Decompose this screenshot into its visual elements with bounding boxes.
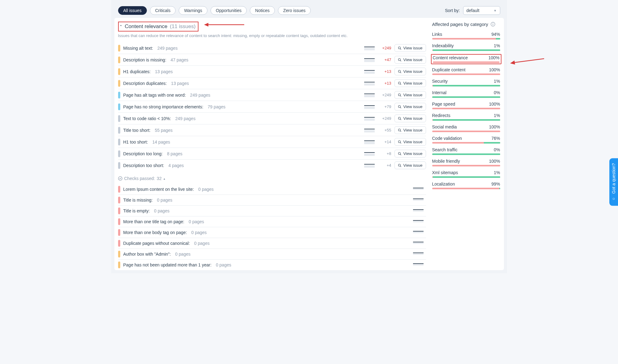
- checks-passed-toggle[interactable]: Checks passed: 32 ▴: [118, 176, 426, 181]
- issue-list: Missing alt text249 pages+249View issueD…: [118, 42, 426, 171]
- issue-name[interactable]: Description too short: [123, 163, 164, 168]
- view-issue-button[interactable]: View issue: [394, 138, 426, 146]
- category-percent: 99%: [491, 182, 500, 186]
- issue-delta: +249: [378, 93, 391, 97]
- issue-delta: +14: [378, 140, 391, 144]
- issue-issue-name[interactable]: Title is empty: [123, 208, 150, 213]
- severity-pill: [118, 229, 120, 236]
- issue-name[interactable]: H1 duplicates: [123, 69, 151, 74]
- section-header[interactable]: ⌃ Content relevance (11 issues): [118, 22, 198, 31]
- svg-point-18: [398, 152, 400, 154]
- svg-point-6: [398, 82, 400, 84]
- category-item-content-relevance[interactable]: Content relevance100%: [431, 54, 501, 64]
- category-item-duplicate-content[interactable]: Duplicate content100%: [432, 67, 500, 75]
- issue-name[interactable]: Description is missing: [123, 57, 166, 62]
- issue-delta: +4: [378, 163, 391, 168]
- issue-row: Text to code ratio < 10%249 pages+249Vie…: [118, 113, 426, 124]
- issue-issue-name[interactable]: Lorem Ipsum content on the live site: [123, 187, 194, 192]
- category-name: Page speed: [432, 102, 455, 107]
- svg-line-13: [400, 119, 401, 120]
- view-issue-button[interactable]: View issue: [394, 126, 426, 134]
- category-item-code-validation[interactable]: Code validation76%: [432, 136, 500, 144]
- issue-issue-name[interactable]: More than one title tag on page: [123, 219, 185, 224]
- svg-line-17: [400, 142, 401, 143]
- section-title: Content relevance: [125, 23, 168, 30]
- view-issue-label: View issue: [403, 116, 423, 121]
- issue-issue-name[interactable]: Page has not been updated more than 1 ye…: [123, 262, 212, 267]
- help-button[interactable]: Got a question? ○: [609, 158, 618, 206]
- filter-pill-criticals[interactable]: Criticals: [150, 6, 176, 15]
- view-issue-button[interactable]: View issue: [394, 161, 426, 169]
- category-percent: 100%: [489, 124, 500, 129]
- sparkline-icon: [364, 69, 375, 74]
- severity-pill: [118, 139, 120, 145]
- issue-page-count: 249 pages: [157, 46, 177, 51]
- sort-select[interactable]: default ▼: [463, 6, 500, 15]
- filter-pill-notices[interactable]: Notices: [250, 6, 275, 15]
- passed-list: Lorem Ipsum content on the live site0 pa…: [118, 184, 426, 270]
- severity-pill: [118, 162, 120, 169]
- category-item-social-media[interactable]: Social media100%: [432, 124, 500, 132]
- category-item-xml-sitemaps[interactable]: Xml sitemaps1%: [432, 170, 500, 178]
- issue-name[interactable]: Missing alt text: [123, 46, 153, 51]
- filter-pill-warnings[interactable]: Warnings: [179, 6, 207, 15]
- sparkline-icon: [364, 105, 375, 109]
- category-bar: [432, 119, 500, 121]
- view-issue-button[interactable]: View issue: [394, 56, 426, 64]
- passed-page-count: 0 pages: [154, 208, 169, 213]
- issue-name[interactable]: Description too long: [123, 151, 163, 156]
- issue-name[interactable]: Text to code ratio < 10%: [123, 116, 171, 121]
- sparkline-icon: [413, 263, 424, 267]
- svg-point-20: [398, 164, 400, 166]
- severity-pill: [118, 68, 120, 75]
- view-issue-button[interactable]: View issue: [394, 68, 426, 75]
- issue-name[interactable]: Title too short: [123, 128, 151, 133]
- category-item-localization[interactable]: Localization99%: [432, 182, 500, 189]
- issue-issue-name[interactable]: Author box with "Admin": [123, 252, 171, 257]
- issue-name[interactable]: Page has alt tags with one word: [123, 93, 186, 98]
- svg-line-28: [513, 59, 544, 63]
- view-issue-button[interactable]: View issue: [394, 79, 426, 87]
- search-icon: [398, 70, 402, 73]
- category-bar: [432, 165, 500, 166]
- view-issue-button[interactable]: View issue: [394, 115, 426, 122]
- category-item-redirects[interactable]: Redirects1%: [432, 113, 500, 121]
- category-bar: [432, 73, 500, 75]
- category-item-security[interactable]: Security1%: [432, 79, 500, 86]
- category-item-page-speed[interactable]: Page speed100%: [432, 102, 500, 109]
- category-item-internal[interactable]: Internal0%: [432, 90, 500, 98]
- svg-line-15: [400, 131, 401, 132]
- category-item-indexability[interactable]: Indexability1%: [432, 43, 500, 51]
- view-issue-button[interactable]: View issue: [394, 44, 426, 52]
- category-percent: 1%: [494, 170, 500, 175]
- issue-page-count: 4 pages: [168, 163, 184, 168]
- issue-name[interactable]: H1 too short: [123, 140, 148, 144]
- info-icon[interactable]: [491, 22, 495, 27]
- category-item-mobile-friendly[interactable]: Mobile friendly100%: [432, 159, 500, 166]
- search-icon: [398, 152, 402, 156]
- category-item-links[interactable]: Links94%: [432, 32, 500, 40]
- chat-icon: ○: [611, 196, 616, 201]
- issue-issue-name[interactable]: Title is missing: [123, 198, 153, 203]
- issue-issue-name[interactable]: More than one body tag on page: [123, 230, 187, 235]
- filter-pill-all-issues[interactable]: All issues: [118, 6, 147, 15]
- category-item-search-traffic[interactable]: Search traffic0%: [432, 147, 500, 155]
- view-issue-button[interactable]: View issue: [394, 91, 426, 99]
- view-issue-button[interactable]: View issue: [394, 150, 426, 157]
- category-name: Content relevance: [433, 55, 468, 60]
- issue-name[interactable]: Page has no strong importance elements: [123, 104, 203, 109]
- category-percent: 1%: [494, 79, 500, 84]
- category-percent: 0%: [494, 147, 500, 152]
- filter-pill-opportunities[interactable]: Opportunities: [211, 6, 247, 15]
- filter-pill-zero-issues[interactable]: Zero issues: [278, 6, 311, 15]
- view-issue-button[interactable]: View issue: [394, 103, 426, 111]
- checks-passed-label: Checks passed:: [124, 176, 155, 181]
- svg-rect-25: [493, 24, 493, 26]
- svg-line-1: [400, 48, 401, 49]
- issue-name[interactable]: Description duplicates: [123, 81, 167, 86]
- sparkline-icon: [364, 140, 375, 144]
- severity-pill: [118, 186, 120, 193]
- issue-issue-name[interactable]: Duplicate pages without canonical: [123, 241, 190, 246]
- category-bar: [432, 108, 500, 109]
- svg-line-21: [400, 166, 401, 167]
